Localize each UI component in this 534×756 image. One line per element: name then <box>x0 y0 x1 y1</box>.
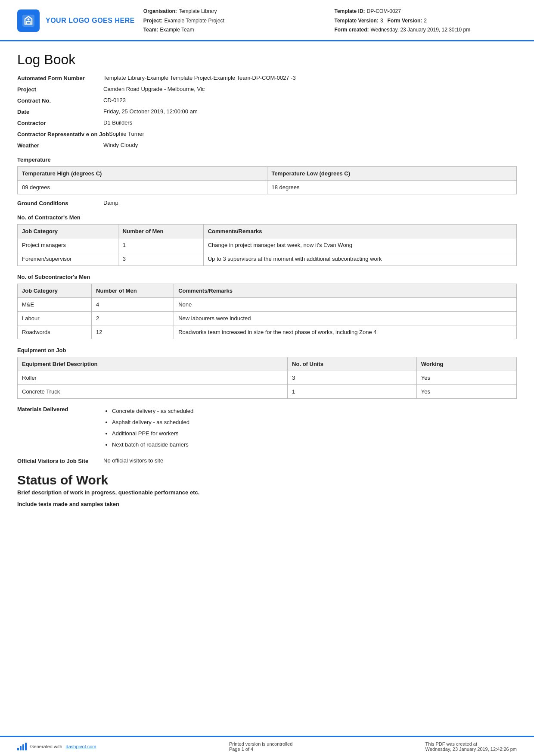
header: YOUR LOGO GOES HERE Organisation: Templa… <box>0 0 534 41</box>
form-created-label: Form created: <box>334 25 369 35</box>
contractors-men-table: Job Category Number of Men Comments/Rema… <box>17 224 517 266</box>
materials-field: Materials Delivered Concrete delivery - … <box>17 406 517 450</box>
temperature-table: Temperature High (degrees C) Temperature… <box>17 166 517 194</box>
contractors-col2-header: Number of Men <box>118 224 203 238</box>
footer-left: Generated with dashpivot.com <box>17 743 96 750</box>
logo-icon <box>22 14 35 28</box>
contractors-men-heading: No. of Contractor's Men <box>17 214 517 221</box>
subcontractors-men-table: Job Category Number of Men Comments/Rema… <box>17 284 517 339</box>
form-version-label: Form Version: <box>388 16 422 26</box>
number-of-men: 2 <box>92 311 174 325</box>
contractor-value: D1 Builders <box>103 119 132 126</box>
job-category: Roadwords <box>18 325 92 339</box>
footer-page: Page 1 of 4 <box>229 747 292 752</box>
weather-field: Weather Windy Cloudy <box>17 142 517 149</box>
temperature-row: 09 degrees 18 degrees <box>18 180 517 194</box>
footer-center: Printed version is uncontrolled Page 1 o… <box>229 741 292 752</box>
weather-value: Windy Cloudy <box>103 142 138 148</box>
status-include-label: Include tests made and samples taken <box>17 501 517 507</box>
footer-bar-4 <box>25 743 27 750</box>
header-meta-col-left: Organisation: Template Library Project: … <box>135 7 326 35</box>
date-value: Friday, 25 October 2019, 12:00:00 am <box>103 108 198 115</box>
equipment-description: Concrete Truck <box>18 384 288 398</box>
footer-link[interactable]: dashpivot.com <box>66 744 96 749</box>
org-line: Organisation: Template Library <box>143 7 326 16</box>
list-item: Next batch of roadside barriers <box>112 439 193 450</box>
table-row: Roadwords 12 Roadworks team increased in… <box>18 325 517 339</box>
contract-no-label: Contract No. <box>17 97 103 104</box>
temp-low-header: Temperature Low (degrees C) <box>267 166 517 180</box>
weather-label: Weather <box>17 142 103 149</box>
official-visitors-field: Official Visitors to Job Site No officia… <box>17 457 517 464</box>
header-meta-col-right: Template ID: DP-COM-0027 Template Versio… <box>326 7 517 35</box>
number-of-men: 4 <box>92 297 174 311</box>
materials-list: Concrete delivery - as scheduledAsphalt … <box>103 406 193 450</box>
form-version-value: 2 <box>424 16 427 26</box>
automated-form-number-field: Automated Form Number Template Library-E… <box>17 75 517 81</box>
table-row: Foremen/supervisor 3 Up to 3 supervisors… <box>18 252 517 266</box>
contractor-rep-value: Sophie Turner <box>109 131 144 137</box>
footer-bar-3 <box>22 744 24 750</box>
equipment-col3-header: Working <box>416 357 516 371</box>
number-of-men: 1 <box>118 238 203 252</box>
project-line: Project: Example Template Project <box>143 16 326 26</box>
comments: Roadworks team increased in size for the… <box>174 325 517 339</box>
footer-right: This PDF was created at Wednesday, 23 Ja… <box>425 741 517 752</box>
list-item: Asphalt delivery - as scheduled <box>112 417 193 428</box>
template-version-value: 3 <box>380 16 383 26</box>
contract-no-value: CD-0123 <box>103 97 126 103</box>
comments: Up to 3 supervisors at the moment with a… <box>203 252 516 266</box>
job-category: Project managers <box>18 238 118 252</box>
table-row: Roller 3 Yes <box>18 371 517 384</box>
list-item: Additional PPE for workers <box>112 428 193 439</box>
project-field: Project Camden Road Upgrade - Melbourne,… <box>17 86 517 93</box>
job-category: Labour <box>18 311 92 325</box>
footer-generated-text: Generated with <box>30 744 62 749</box>
temperature-heading: Temperature <box>17 156 517 163</box>
page: YOUR LOGO GOES HERE Organisation: Templa… <box>0 0 534 756</box>
job-category: M&E <box>18 297 92 311</box>
logo-box <box>17 9 40 32</box>
contractors-col1-header: Job Category <box>18 224 118 238</box>
form-created-value: Wednesday, 23 January 2019, 12:30:10 pm <box>370 25 470 35</box>
team-line: Team: Example Team <box>143 25 326 35</box>
subcontractors-col1-header: Job Category <box>18 284 92 297</box>
equipment-units: 1 <box>288 384 417 398</box>
project-meta-value: Example Template Project <box>165 16 224 26</box>
temp-high-value: 09 degrees <box>18 180 267 194</box>
page-title: Log Book <box>17 52 517 68</box>
comments: None <box>174 297 517 311</box>
template-id-line: Template ID: DP-COM-0027 <box>334 7 517 16</box>
contractor-rep-field: Contractor Representativ e on Job Sophie… <box>17 131 517 137</box>
official-visitors-label: Official Visitors to Job Site <box>17 457 103 464</box>
project-field-label: Project <box>17 86 103 93</box>
table-row: Project managers 1 Change in project man… <box>18 238 517 252</box>
table-row: M&E 4 None <box>18 297 517 311</box>
template-id-label: Template ID: <box>334 7 365 16</box>
equipment-working: Yes <box>416 384 516 398</box>
svg-point-1 <box>28 19 30 21</box>
automated-form-number-value: Template Library-Example Template Projec… <box>103 75 296 81</box>
subcontractors-col2-header: Number of Men <box>92 284 174 297</box>
logo-text: YOUR LOGO GOES HERE <box>46 17 135 25</box>
automated-form-number-label: Automated Form Number <box>17 75 103 81</box>
contractor-rep-label: Contractor Representativ e on Job <box>17 131 109 137</box>
contract-no-field: Contract No. CD-0123 <box>17 97 517 104</box>
ground-conditions-field: Ground Conditions Damp <box>17 200 517 206</box>
official-visitors-value: No official visitors to site <box>103 457 163 464</box>
team-label: Team: <box>143 25 158 35</box>
ground-conditions-value: Damp <box>103 200 118 206</box>
equipment-units: 3 <box>288 371 417 384</box>
contractor-field: Contractor D1 Builders <box>17 119 517 126</box>
footer-logo-bars <box>17 743 27 750</box>
comments: New labourers were inducted <box>174 311 517 325</box>
contractor-label: Contractor <box>17 119 103 126</box>
org-value: Template Library <box>179 7 217 16</box>
comments: Change in project manager last week, now… <box>203 238 516 252</box>
ground-conditions-label: Ground Conditions <box>17 200 103 206</box>
header-logo-section: YOUR LOGO GOES HERE <box>17 7 135 35</box>
job-category: Foremen/supervisor <box>18 252 118 266</box>
footer-bar-1 <box>17 748 19 750</box>
subcontractors-men-heading: No. of Subcontractor's Men <box>17 274 517 280</box>
date-label: Date <box>17 108 103 115</box>
